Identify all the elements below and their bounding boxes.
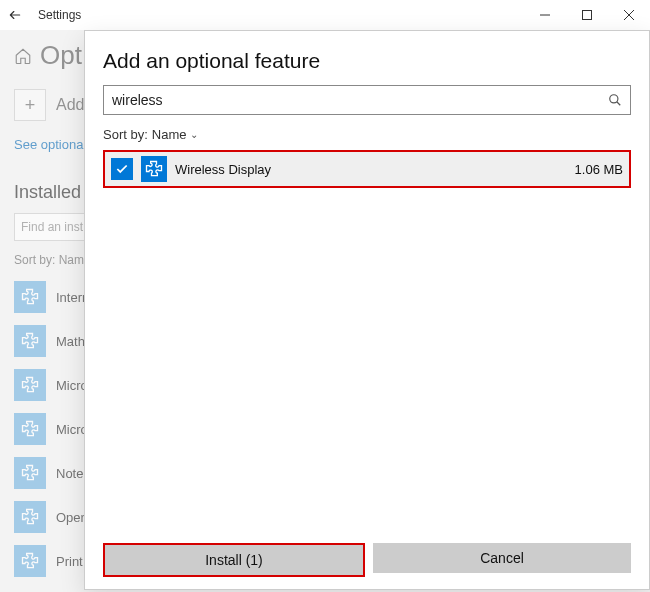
search-value: wireless xyxy=(112,92,608,108)
chevron-down-icon: ⌄ xyxy=(190,129,198,140)
add-feature-dialog: Add an optional feature wireless Sort by… xyxy=(84,30,650,590)
search-icon xyxy=(608,93,622,107)
puzzle-icon xyxy=(20,551,40,571)
sort-value: Name xyxy=(152,127,187,142)
minimize-icon xyxy=(540,10,550,20)
puzzle-icon xyxy=(20,463,40,483)
puzzle-icon xyxy=(20,507,40,527)
close-icon xyxy=(624,10,634,20)
feature-icon xyxy=(14,281,46,313)
window-title: Settings xyxy=(38,8,81,22)
minimize-button[interactable] xyxy=(524,0,566,30)
feature-icon xyxy=(14,325,46,357)
close-button[interactable] xyxy=(608,0,650,30)
svg-point-1 xyxy=(610,95,618,103)
svg-rect-0 xyxy=(583,11,592,20)
install-button[interactable]: Install (1) xyxy=(105,545,363,575)
installed-feature-name: Micro xyxy=(56,378,88,393)
feature-icon xyxy=(14,369,46,401)
puzzle-icon xyxy=(20,331,40,351)
install-highlight: Install (1) xyxy=(103,543,365,577)
puzzle-icon xyxy=(20,375,40,395)
installed-feature-name: Print xyxy=(56,554,83,569)
puzzle-icon xyxy=(20,287,40,307)
page-title: Opt xyxy=(40,40,82,71)
back-button[interactable] xyxy=(0,0,30,30)
feature-result-row[interactable]: Wireless Display 1.06 MB xyxy=(103,150,631,188)
puzzle-icon xyxy=(20,419,40,439)
maximize-icon xyxy=(582,10,592,20)
feature-icon xyxy=(14,545,46,577)
home-icon xyxy=(14,47,32,65)
maximize-button[interactable] xyxy=(566,0,608,30)
installed-feature-name: Micro xyxy=(56,422,88,437)
feature-icon xyxy=(14,413,46,445)
feature-checkbox[interactable] xyxy=(111,158,133,180)
cancel-button[interactable]: Cancel xyxy=(373,543,631,573)
check-icon xyxy=(115,162,129,176)
titlebar: Settings xyxy=(0,0,650,30)
feature-size: 1.06 MB xyxy=(575,162,623,177)
sort-prefix: Sort by: xyxy=(103,127,148,142)
feature-icon xyxy=(14,457,46,489)
dialog-button-row: Install (1) Cancel xyxy=(103,543,631,577)
arrow-left-icon xyxy=(8,8,22,22)
search-input[interactable]: wireless xyxy=(103,85,631,115)
installed-feature-name: Math xyxy=(56,334,85,349)
dialog-title: Add an optional feature xyxy=(103,49,631,73)
plus-icon: + xyxy=(14,89,46,121)
sort-by-dropdown[interactable]: Sort by: Name ⌄ xyxy=(103,127,631,142)
feature-icon xyxy=(141,156,167,182)
puzzle-icon xyxy=(144,159,164,179)
find-placeholder: Find an inst xyxy=(21,220,83,234)
feature-icon xyxy=(14,501,46,533)
feature-name: Wireless Display xyxy=(175,162,567,177)
